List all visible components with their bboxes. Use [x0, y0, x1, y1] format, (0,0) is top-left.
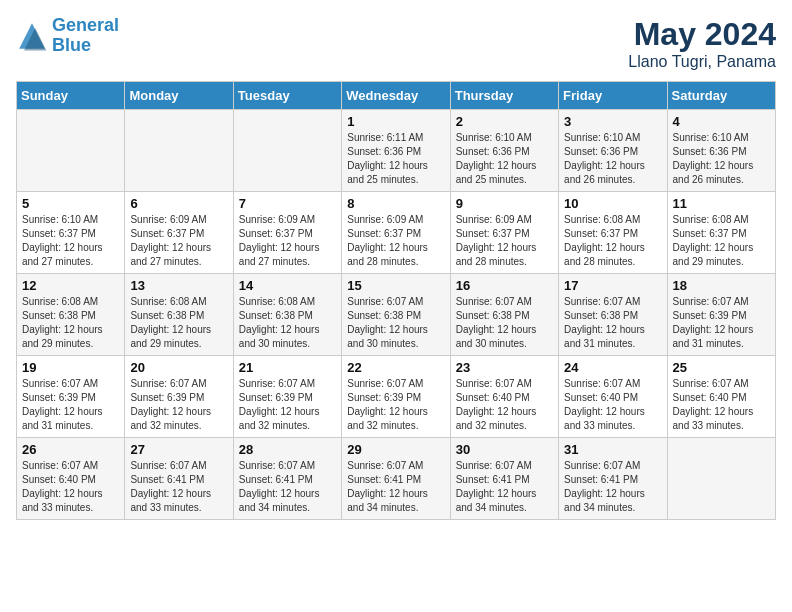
- day-number: 3: [564, 114, 661, 129]
- day-info: Sunrise: 6:07 AM Sunset: 6:39 PM Dayligh…: [673, 295, 770, 351]
- day-info: Sunrise: 6:07 AM Sunset: 6:40 PM Dayligh…: [22, 459, 119, 515]
- calendar-cell: 3Sunrise: 6:10 AM Sunset: 6:36 PM Daylig…: [559, 110, 667, 192]
- day-info: Sunrise: 6:09 AM Sunset: 6:37 PM Dayligh…: [347, 213, 444, 269]
- day-header-friday: Friday: [559, 82, 667, 110]
- day-number: 21: [239, 360, 336, 375]
- day-number: 2: [456, 114, 553, 129]
- calendar-cell: 21Sunrise: 6:07 AM Sunset: 6:39 PM Dayli…: [233, 356, 341, 438]
- day-number: 18: [673, 278, 770, 293]
- day-header-tuesday: Tuesday: [233, 82, 341, 110]
- logo-text: General Blue: [52, 16, 119, 56]
- calendar-cell: 22Sunrise: 6:07 AM Sunset: 6:39 PM Dayli…: [342, 356, 450, 438]
- day-info: Sunrise: 6:07 AM Sunset: 6:41 PM Dayligh…: [564, 459, 661, 515]
- logo-icon: [16, 20, 48, 52]
- calendar-cell: 13Sunrise: 6:08 AM Sunset: 6:38 PM Dayli…: [125, 274, 233, 356]
- page-header: General Blue May 2024 Llano Tugri, Panam…: [16, 16, 776, 71]
- day-info: Sunrise: 6:10 AM Sunset: 6:36 PM Dayligh…: [456, 131, 553, 187]
- calendar-cell: 6Sunrise: 6:09 AM Sunset: 6:37 PM Daylig…: [125, 192, 233, 274]
- day-number: 14: [239, 278, 336, 293]
- day-info: Sunrise: 6:07 AM Sunset: 6:39 PM Dayligh…: [130, 377, 227, 433]
- day-number: 12: [22, 278, 119, 293]
- calendar-cell: 8Sunrise: 6:09 AM Sunset: 6:37 PM Daylig…: [342, 192, 450, 274]
- day-number: 13: [130, 278, 227, 293]
- day-info: Sunrise: 6:07 AM Sunset: 6:39 PM Dayligh…: [239, 377, 336, 433]
- calendar-cell: 9Sunrise: 6:09 AM Sunset: 6:37 PM Daylig…: [450, 192, 558, 274]
- day-info: Sunrise: 6:07 AM Sunset: 6:41 PM Dayligh…: [456, 459, 553, 515]
- calendar-cell: 31Sunrise: 6:07 AM Sunset: 6:41 PM Dayli…: [559, 438, 667, 520]
- day-info: Sunrise: 6:09 AM Sunset: 6:37 PM Dayligh…: [456, 213, 553, 269]
- location-subtitle: Llano Tugri, Panama: [628, 53, 776, 71]
- calendar-week-2: 5Sunrise: 6:10 AM Sunset: 6:37 PM Daylig…: [17, 192, 776, 274]
- day-number: 28: [239, 442, 336, 457]
- day-number: 5: [22, 196, 119, 211]
- calendar-cell: 10Sunrise: 6:08 AM Sunset: 6:37 PM Dayli…: [559, 192, 667, 274]
- day-header-thursday: Thursday: [450, 82, 558, 110]
- calendar-cell: 25Sunrise: 6:07 AM Sunset: 6:40 PM Dayli…: [667, 356, 775, 438]
- day-info: Sunrise: 6:07 AM Sunset: 6:38 PM Dayligh…: [347, 295, 444, 351]
- day-number: 4: [673, 114, 770, 129]
- day-number: 17: [564, 278, 661, 293]
- day-info: Sunrise: 6:11 AM Sunset: 6:36 PM Dayligh…: [347, 131, 444, 187]
- day-info: Sunrise: 6:07 AM Sunset: 6:38 PM Dayligh…: [564, 295, 661, 351]
- calendar-cell: [667, 438, 775, 520]
- day-info: Sunrise: 6:10 AM Sunset: 6:36 PM Dayligh…: [673, 131, 770, 187]
- calendar-cell: 16Sunrise: 6:07 AM Sunset: 6:38 PM Dayli…: [450, 274, 558, 356]
- day-number: 24: [564, 360, 661, 375]
- calendar-cell: 24Sunrise: 6:07 AM Sunset: 6:40 PM Dayli…: [559, 356, 667, 438]
- day-number: 8: [347, 196, 444, 211]
- day-number: 6: [130, 196, 227, 211]
- day-header-monday: Monday: [125, 82, 233, 110]
- calendar-cell: 15Sunrise: 6:07 AM Sunset: 6:38 PM Dayli…: [342, 274, 450, 356]
- day-number: 25: [673, 360, 770, 375]
- day-number: 31: [564, 442, 661, 457]
- day-info: Sunrise: 6:08 AM Sunset: 6:38 PM Dayligh…: [130, 295, 227, 351]
- day-number: 9: [456, 196, 553, 211]
- calendar-cell: 27Sunrise: 6:07 AM Sunset: 6:41 PM Dayli…: [125, 438, 233, 520]
- calendar-cell: 4Sunrise: 6:10 AM Sunset: 6:36 PM Daylig…: [667, 110, 775, 192]
- day-info: Sunrise: 6:07 AM Sunset: 6:41 PM Dayligh…: [347, 459, 444, 515]
- day-number: 20: [130, 360, 227, 375]
- calendar-cell: 28Sunrise: 6:07 AM Sunset: 6:41 PM Dayli…: [233, 438, 341, 520]
- day-number: 29: [347, 442, 444, 457]
- calendar-cell: 5Sunrise: 6:10 AM Sunset: 6:37 PM Daylig…: [17, 192, 125, 274]
- calendar-cell: 18Sunrise: 6:07 AM Sunset: 6:39 PM Dayli…: [667, 274, 775, 356]
- day-number: 19: [22, 360, 119, 375]
- day-number: 30: [456, 442, 553, 457]
- calendar-cell: [17, 110, 125, 192]
- day-number: 23: [456, 360, 553, 375]
- calendar-week-4: 19Sunrise: 6:07 AM Sunset: 6:39 PM Dayli…: [17, 356, 776, 438]
- day-info: Sunrise: 6:08 AM Sunset: 6:38 PM Dayligh…: [239, 295, 336, 351]
- calendar-cell: 20Sunrise: 6:07 AM Sunset: 6:39 PM Dayli…: [125, 356, 233, 438]
- calendar-cell: 2Sunrise: 6:10 AM Sunset: 6:36 PM Daylig…: [450, 110, 558, 192]
- calendar-cell: 1Sunrise: 6:11 AM Sunset: 6:36 PM Daylig…: [342, 110, 450, 192]
- day-info: Sunrise: 6:09 AM Sunset: 6:37 PM Dayligh…: [130, 213, 227, 269]
- day-header-saturday: Saturday: [667, 82, 775, 110]
- day-number: 7: [239, 196, 336, 211]
- day-number: 22: [347, 360, 444, 375]
- day-info: Sunrise: 6:09 AM Sunset: 6:37 PM Dayligh…: [239, 213, 336, 269]
- calendar-cell: [125, 110, 233, 192]
- day-info: Sunrise: 6:10 AM Sunset: 6:36 PM Dayligh…: [564, 131, 661, 187]
- day-number: 10: [564, 196, 661, 211]
- calendar-cell: 12Sunrise: 6:08 AM Sunset: 6:38 PM Dayli…: [17, 274, 125, 356]
- day-number: 11: [673, 196, 770, 211]
- day-info: Sunrise: 6:07 AM Sunset: 6:40 PM Dayligh…: [456, 377, 553, 433]
- day-number: 16: [456, 278, 553, 293]
- calendar-cell: [233, 110, 341, 192]
- day-info: Sunrise: 6:08 AM Sunset: 6:37 PM Dayligh…: [673, 213, 770, 269]
- day-number: 1: [347, 114, 444, 129]
- day-number: 26: [22, 442, 119, 457]
- calendar-cell: 7Sunrise: 6:09 AM Sunset: 6:37 PM Daylig…: [233, 192, 341, 274]
- calendar-cell: 30Sunrise: 6:07 AM Sunset: 6:41 PM Dayli…: [450, 438, 558, 520]
- day-number: 15: [347, 278, 444, 293]
- calendar-week-5: 26Sunrise: 6:07 AM Sunset: 6:40 PM Dayli…: [17, 438, 776, 520]
- logo: General Blue: [16, 16, 119, 56]
- day-info: Sunrise: 6:08 AM Sunset: 6:38 PM Dayligh…: [22, 295, 119, 351]
- day-info: Sunrise: 6:10 AM Sunset: 6:37 PM Dayligh…: [22, 213, 119, 269]
- day-info: Sunrise: 6:07 AM Sunset: 6:40 PM Dayligh…: [564, 377, 661, 433]
- calendar-cell: 17Sunrise: 6:07 AM Sunset: 6:38 PM Dayli…: [559, 274, 667, 356]
- calendar-cell: 26Sunrise: 6:07 AM Sunset: 6:40 PM Dayli…: [17, 438, 125, 520]
- day-info: Sunrise: 6:08 AM Sunset: 6:37 PM Dayligh…: [564, 213, 661, 269]
- calendar-cell: 14Sunrise: 6:08 AM Sunset: 6:38 PM Dayli…: [233, 274, 341, 356]
- calendar-cell: 23Sunrise: 6:07 AM Sunset: 6:40 PM Dayli…: [450, 356, 558, 438]
